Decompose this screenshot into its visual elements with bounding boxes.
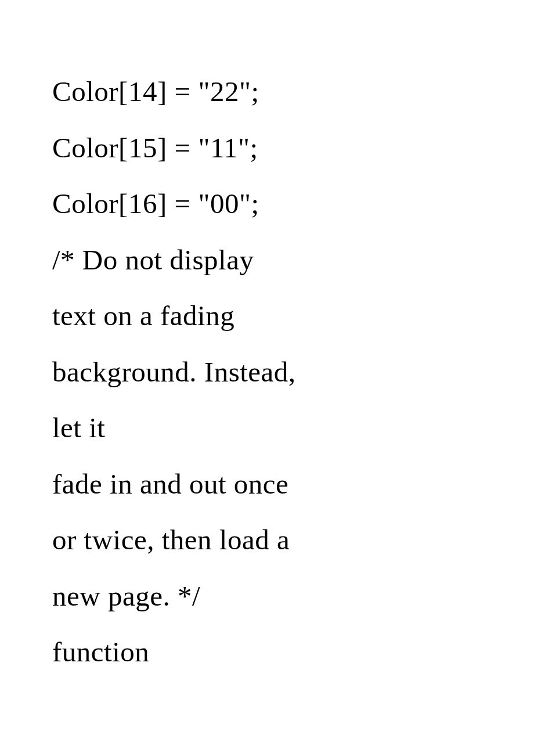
code-line: Color[14] = "22"; xyxy=(52,64,490,120)
code-line: let it xyxy=(52,400,490,456)
code-line: background. Instead, xyxy=(52,344,490,401)
code-line: function xyxy=(52,624,490,681)
code-page: Color[14] = "22"; Color[15] = "11"; Colo… xyxy=(0,0,534,681)
code-line: Color[16] = "00"; xyxy=(52,176,490,232)
code-line: or twice, then load a xyxy=(52,512,490,568)
code-line: fade in and out once xyxy=(52,456,490,513)
code-line: /* Do not display xyxy=(52,232,490,289)
code-line: Color[15] = "11"; xyxy=(52,120,490,177)
code-line: text on a fading xyxy=(52,288,490,344)
code-line: new page. */ xyxy=(52,568,490,625)
